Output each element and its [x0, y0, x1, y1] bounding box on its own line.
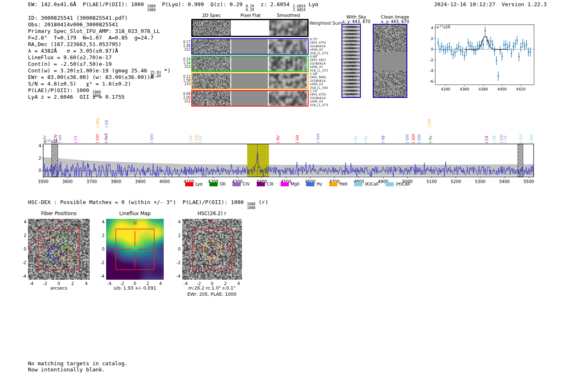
smoothed-image: [269, 56, 307, 71]
legend-item: Lyα: [185, 182, 202, 186]
map-ytick: -4: [20, 274, 26, 278]
pixel-flat-image: [231, 56, 268, 71]
smoothed-image: [269, 39, 307, 54]
2d-spec-image: [192, 74, 230, 88]
map-ytick: 4: [20, 220, 26, 224]
line-marker: ( OVI: [95, 134, 100, 143]
line-marker: ( CIV: [53, 134, 58, 143]
line-marker: ( Hβ: [503, 135, 507, 143]
info-line: EWr = 83.00(±36.00) (w: 83.00(±36.00))Å: [28, 74, 171, 81]
cutout-row: [191, 73, 309, 89]
line-marker: ( NV: [43, 135, 47, 143]
hsc-panel: NE: [182, 219, 242, 280]
cutout-row: [191, 19, 309, 37]
legend-swatch: [281, 182, 289, 186]
cutout-row: [191, 90, 309, 107]
line-marker: ( OIII: [519, 135, 523, 143]
cutout-row: [191, 56, 309, 72]
info-line: ID: 3000825541 (3000825541.pdf): [28, 15, 171, 21]
line-marker: ( HeII: [316, 133, 320, 143]
map-ytick: 2: [98, 233, 105, 238]
cutout-row: [191, 38, 309, 55]
line-marker: ( NV: [276, 135, 280, 143]
svg-text:N: N: [133, 220, 137, 226]
legend-swatch: [306, 182, 314, 186]
svg-text:4420: 4420: [516, 87, 526, 91]
spectrum-legend: LyαOIICIVCIIIMgIIHγHeII(K)CaII(H)CaII: [185, 182, 410, 186]
header-datetime-version: 2024-12-16 10:12:27 Version 1.22.3: [434, 1, 547, 7]
legend-item: MgII: [281, 182, 300, 186]
smoothed-image: [269, 91, 307, 106]
line-marker: ( SiII: [58, 135, 62, 143]
svg-text:N: N: [57, 220, 60, 226]
smoothed-image: [269, 20, 307, 36]
svg-text:3900: 3900: [135, 179, 145, 184]
2d-spec-image: [192, 91, 230, 106]
map-xtick: -4: [183, 281, 188, 286]
svg-text:E: E: [108, 247, 111, 252]
svg-text:-6: -6: [430, 79, 433, 84]
svg-text:4360: 4360: [460, 87, 469, 91]
line-marker: ( SiIV: [96, 118, 100, 128]
line-marker: ( HeII: [104, 133, 108, 143]
svg-text:4: 4: [39, 144, 41, 148]
svg-text:4340: 4340: [441, 87, 451, 91]
header-stats: EW: 142.0±41.6Å P(LAE)/P(OII): 1000 1000…: [28, 1, 318, 12]
legend-swatch: [185, 182, 193, 186]
fiber-weight-labels: 0.092.00152: [177, 92, 190, 103]
legend-item: HeII: [329, 182, 348, 186]
map-xtick: 4: [159, 281, 162, 286]
map-ytick: -4: [174, 274, 181, 278]
legend-swatch: [386, 182, 394, 186]
info-line: LyA z = 2.6046 OII z = 0.1755: [28, 94, 171, 100]
svg-text:4380: 4380: [478, 87, 488, 91]
svg-text:5500: 5500: [523, 179, 534, 184]
hsc-cutout-title: HSC(26.2) r: [197, 211, 226, 216]
line-marker: ( SiIV: [411, 133, 416, 143]
svg-text:5200: 5200: [451, 179, 461, 184]
hsc-dex-match-line: HSC-DEX : Possible Matches = 0 (within +…: [28, 199, 268, 209]
lineflux-map-title: Lineflux Map: [119, 211, 151, 216]
withsky-image: [341, 24, 361, 98]
legend-swatch: [209, 182, 218, 186]
svg-text:E: E: [30, 247, 33, 252]
legend-item: CIII: [257, 182, 274, 186]
2d-spec-image: [192, 56, 230, 71]
map-ytick: 0: [20, 247, 26, 251]
column-header-2dspec: 2D Spec: [202, 13, 221, 18]
clean-image: [373, 24, 407, 98]
elixer-report: EW: 142.0±41.6Å P(LAE)/P(OII): 1000 1000…: [0, 0, 576, 392]
pixel-flat-image: [231, 74, 268, 88]
map-ytick: 4: [98, 220, 105, 224]
svg-text:2: 2: [39, 156, 41, 160]
line-marker: ( OII: [105, 120, 109, 128]
svg-text:4400: 4400: [497, 87, 507, 91]
map-xtick: 4: [85, 281, 87, 286]
svg-text:0: 0: [431, 47, 433, 51]
map-xtick: -4: [107, 281, 111, 286]
legend-item: (H)CaII: [386, 182, 410, 186]
svg-text:3600: 3600: [62, 179, 72, 184]
svg-text:3700: 3700: [86, 179, 97, 184]
map-ytick: -2: [20, 260, 26, 265]
svg-text:-4: -4: [430, 69, 433, 73]
map-ytick: 2: [174, 233, 181, 238]
info-line: Cont(n) = -2.50(±7.50)e-19: [28, 61, 171, 67]
legend-swatch: [354, 182, 362, 186]
line-marker: ( Hγ: [364, 135, 368, 143]
line-marker: ( CII: [485, 136, 489, 143]
column-header-smoothed: Smoothed: [277, 13, 300, 18]
legend-item: OII: [209, 182, 225, 186]
info-line: F=2.6" T=0.179 N=1.07 A=0.85 g=24.7: [28, 35, 171, 41]
map-xtick: -4: [29, 281, 33, 286]
fiber-id-labels: 0.84"(443, 662)20180414v006_01318_LL_072: [310, 55, 328, 72]
fiber-id-labels: 1.53"(443, 670)20180414v006_03318_LL_073: [310, 90, 328, 107]
line-marker: ( Hγ: [428, 135, 432, 143]
2d-spec-image: [192, 39, 230, 54]
map-xtick: 4: [237, 281, 240, 286]
line-marker: ( CII: [74, 136, 78, 143]
smoothed-image: [269, 74, 307, 88]
svg-text:4000: 4000: [159, 179, 170, 184]
map-ytick: -2: [98, 260, 105, 265]
legend-item: Hγ: [306, 182, 322, 186]
